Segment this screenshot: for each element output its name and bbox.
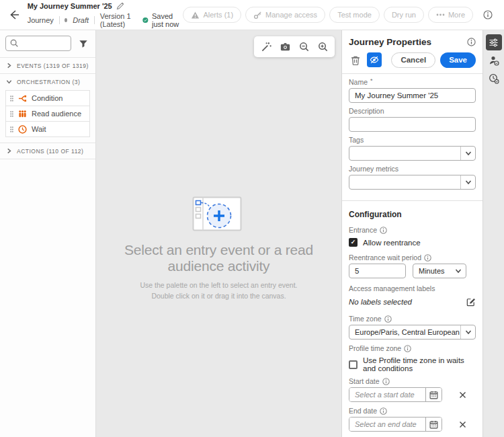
info-circle-icon[interactable] <box>424 254 431 262</box>
people-icon <box>18 110 27 118</box>
journey-metrics-label: Journey metrics <box>349 165 476 173</box>
help-info-button[interactable] <box>480 7 496 23</box>
profile-timezone-checkbox[interactable] <box>349 360 358 369</box>
info-circle-icon[interactable] <box>384 315 392 323</box>
info-circle-icon[interactable] <box>380 407 387 415</box>
tags-select[interactable] <box>349 146 476 161</box>
palette-section-actions[interactable]: ACTIONS (110 OF 112) <box>0 143 95 159</box>
rail-profile-button[interactable] <box>486 52 502 69</box>
ellipsis-icon <box>436 13 445 16</box>
alerts-button[interactable]: Alerts (1) <box>183 7 241 23</box>
filter-button[interactable] <box>77 37 90 50</box>
configuration-heading: Configuration <box>349 210 476 219</box>
palette-item-read-audience[interactable]: Read audience <box>5 106 90 122</box>
end-date-input[interactable] <box>349 418 425 431</box>
test-mode-button[interactable]: Test mode <box>329 7 380 23</box>
access-labels-value: No labels selected <box>349 298 412 306</box>
chevron-right-icon <box>6 63 12 69</box>
zoom-out-icon <box>298 41 310 52</box>
chevron-down-icon <box>455 268 462 274</box>
edit-labels-button[interactable] <box>466 296 476 307</box>
x-icon <box>459 421 466 428</box>
allow-reentrance-label: Allow reentrance <box>363 239 421 247</box>
zoom-out-button[interactable] <box>295 38 312 56</box>
divider <box>59 16 60 24</box>
back-button[interactable] <box>8 7 21 23</box>
version-label[interactable]: Version 1 (Latest) <box>100 12 137 28</box>
info-circle-icon[interactable] <box>380 227 387 234</box>
cancel-button[interactable]: Cancel <box>391 52 435 68</box>
right-rail <box>482 30 504 437</box>
timezone-select[interactable]: Europe/Paris, Central European Time, ... <box>349 325 476 340</box>
empty-state-help: Use the palette on the left to select an… <box>96 280 341 302</box>
manage-access-button[interactable]: Manage access <box>245 7 325 23</box>
palette-section-events[interactable]: EVENTS (1319 OF 1319) <box>0 58 95 73</box>
start-date-calendar-button[interactable] <box>425 388 442 401</box>
profile-timezone-label: Profile time zone <box>349 344 476 352</box>
name-field[interactable] <box>349 88 476 103</box>
timezone-label: Time zone <box>349 315 476 323</box>
palette-section-orchestration[interactable]: ORCHESTRATION (3) <box>0 74 95 89</box>
reentrance-wait-value-field[interactable] <box>349 264 406 278</box>
chevron-down-icon <box>465 329 472 335</box>
edit-title-button[interactable] <box>116 2 124 10</box>
palette-item-wait[interactable]: Wait <box>5 121 90 137</box>
journey-metrics-select[interactable] <box>349 175 476 190</box>
end-date-clear-button[interactable] <box>457 419 468 430</box>
description-label: Description <box>349 107 476 115</box>
hide-panel-button[interactable] <box>367 52 382 67</box>
zoom-in-button[interactable] <box>314 38 331 56</box>
top-bar: My Journey Summer '25 Journey Draft Vers… <box>0 0 504 30</box>
chevron-down-icon <box>465 150 472 157</box>
delete-journey-button[interactable] <box>349 53 362 67</box>
reentrance-wait-label: Reentrance wait period <box>349 253 476 262</box>
tags-label: Tags <box>349 136 476 144</box>
info-circle-icon[interactable] <box>382 378 390 385</box>
activity-palette: EVENTS (1319 OF 1319) ORCHESTRATION (3) … <box>0 30 96 437</box>
key-icon <box>253 11 262 19</box>
canvas-empty-state: Select an entry event or a read audience… <box>96 196 341 302</box>
palette-item-condition[interactable]: Condition <box>5 90 90 106</box>
dry-run-button[interactable]: Dry run <box>384 7 424 23</box>
chevron-down-icon <box>6 79 12 85</box>
entrance-label: Entrance <box>349 226 476 234</box>
palette-search <box>5 36 71 51</box>
start-date-field <box>349 387 442 402</box>
end-date-row <box>349 417 476 432</box>
drag-handle-icon[interactable] <box>10 111 13 117</box>
entry-placeholder-illustration[interactable] <box>192 196 246 234</box>
auto-layout-button[interactable] <box>257 38 275 56</box>
orchestration-items: Condition Read audience Wait <box>5 90 90 137</box>
allow-reentrance-row: Allow reentrance <box>349 238 476 247</box>
pencil-icon <box>116 2 124 10</box>
branch-icon <box>18 94 27 103</box>
description-field[interactable] <box>349 117 476 132</box>
reentrance-wait-unit-select[interactable]: Minutes <box>413 264 466 278</box>
divider <box>0 159 95 159</box>
rail-properties-button[interactable] <box>486 34 502 50</box>
alert-triangle-icon <box>191 11 200 19</box>
drag-handle-icon[interactable] <box>10 126 13 132</box>
save-button[interactable]: Save <box>440 52 476 68</box>
panel-info-button[interactable] <box>467 38 476 46</box>
profile-timezone-row: Use Profile time zone in waits and condi… <box>349 356 476 372</box>
info-circle-icon[interactable] <box>404 345 411 352</box>
journey-canvas[interactable]: Select an entry event or a read audience… <box>96 30 341 437</box>
start-date-label: Start date <box>349 377 476 385</box>
end-date-calendar-button[interactable] <box>425 418 442 431</box>
more-button[interactable]: More <box>428 7 473 23</box>
clock-icon <box>18 125 27 134</box>
drag-handle-icon[interactable] <box>10 95 13 102</box>
info-circle-icon <box>467 38 476 46</box>
snapshot-button[interactable] <box>276 38 294 56</box>
allow-reentrance-checkbox[interactable] <box>349 238 358 247</box>
note-edit-icon <box>466 296 476 307</box>
start-date-input[interactable] <box>349 388 425 401</box>
start-date-clear-button[interactable] <box>457 389 468 400</box>
start-date-row <box>349 387 476 402</box>
chevron-down-icon <box>465 179 472 186</box>
rail-history-button[interactable] <box>486 71 502 87</box>
check-circle-icon <box>142 15 149 25</box>
calendar-icon <box>429 391 438 399</box>
info-circle-icon <box>483 10 493 19</box>
